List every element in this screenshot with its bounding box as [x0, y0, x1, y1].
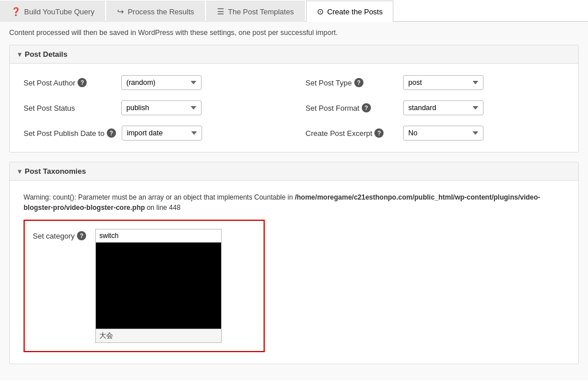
post-format-select[interactable]: standard video	[403, 100, 483, 115]
set-post-type-row: Set Post Type ? post page	[305, 75, 564, 90]
collapse-taxonomies-icon: ▾	[18, 167, 21, 176]
post-taxonomies-body: Warning: count(): Parameter must be an a…	[10, 181, 578, 364]
main-content: Content processed will then be saved in …	[0, 22, 588, 380]
set-post-publish-date-row: Set Post Publish Date to ? import date v…	[24, 126, 283, 141]
templates-icon: ☰	[217, 7, 225, 16]
process-icon: ↪	[117, 7, 124, 16]
post-publish-date-select[interactable]: import date video date	[122, 126, 202, 141]
warning-message: Warning: count(): Parameter must be an a…	[24, 192, 564, 213]
post-details-body: Set Post Author ? (random) admin Set Pos…	[10, 64, 578, 152]
post-details-header[interactable]: ▾ Post Details	[10, 45, 578, 64]
post-excerpt-select[interactable]: No Yes	[403, 126, 483, 141]
create-post-excerpt-label: Create Post Excerpt ?	[305, 128, 397, 138]
set-post-author-label: Set Post Author ?	[24, 78, 115, 87]
wordpress-icon: ⊙	[317, 7, 324, 16]
tab-process-results-label: Process the Results	[127, 7, 194, 16]
post-details-title: Post Details	[25, 50, 67, 59]
post-type-select[interactable]: post page	[403, 75, 483, 90]
post-taxonomies-section: ▾ Post Taxonomies Warning: count(): Para…	[9, 162, 579, 364]
category-row: Set category ? 大会	[33, 229, 256, 343]
category-help-icon[interactable]: ?	[77, 231, 86, 240]
post-publish-date-help-icon[interactable]: ?	[107, 128, 116, 138]
post-author-select[interactable]: (random) admin	[121, 75, 202, 90]
set-post-publish-date-label: Set Post Publish Date to ?	[24, 128, 116, 138]
post-author-help-icon[interactable]: ?	[78, 78, 87, 87]
tab-create-posts[interactable]: ⊙ Create the Posts	[306, 1, 394, 22]
post-excerpt-help-icon[interactable]: ?	[374, 128, 384, 138]
set-post-type-label: Set Post Type ?	[305, 78, 397, 87]
post-taxonomies-title: Post Taxonomies	[25, 167, 86, 176]
create-post-excerpt-row: Create Post Excerpt ? No Yes	[305, 126, 564, 141]
category-list[interactable]	[96, 243, 221, 329]
tab-build-youtube[interactable]: ❓ Build YouTube Query	[0, 1, 105, 22]
tab-create-posts-label: Create the Posts	[327, 7, 383, 16]
tab-post-templates-label: The Post Templates	[228, 7, 294, 16]
post-status-select[interactable]: publish draft	[121, 100, 202, 115]
help-circle-icon: ❓	[11, 7, 21, 16]
description-text: Content processed will then be saved in …	[9, 29, 579, 37]
post-taxonomies-header[interactable]: ▾ Post Taxonomies	[10, 162, 578, 181]
set-post-format-row: Set Post Format ? standard video	[305, 100, 564, 115]
category-search-input[interactable]	[96, 229, 221, 243]
set-category-label: Set category ?	[33, 231, 86, 240]
collapse-icon: ▾	[18, 50, 21, 59]
set-post-format-label: Set Post Format ?	[305, 103, 397, 112]
category-footer-text: 大会	[96, 329, 221, 342]
category-listbox: 大会	[95, 229, 222, 343]
tab-build-youtube-label: Build YouTube Query	[24, 7, 94, 16]
tab-post-templates[interactable]: ☰ The Post Templates	[206, 1, 305, 22]
post-details-section: ▾ Post Details Set Post Author ? (random…	[9, 45, 579, 153]
set-post-status-label: Set Post Status	[24, 104, 115, 112]
post-type-help-icon[interactable]: ?	[354, 78, 363, 87]
set-post-author-row: Set Post Author ? (random) admin	[24, 75, 283, 90]
tab-process-results[interactable]: ↪ Process the Results	[106, 1, 205, 22]
category-container: Set category ? 大会	[24, 220, 265, 352]
post-details-form: Set Post Author ? (random) admin Set Pos…	[24, 75, 564, 141]
set-post-status-row: Set Post Status publish draft	[24, 100, 283, 115]
post-format-help-icon[interactable]: ?	[362, 103, 371, 112]
tab-navigation: ❓ Build YouTube Query ↪ Process the Resu…	[0, 0, 588, 22]
